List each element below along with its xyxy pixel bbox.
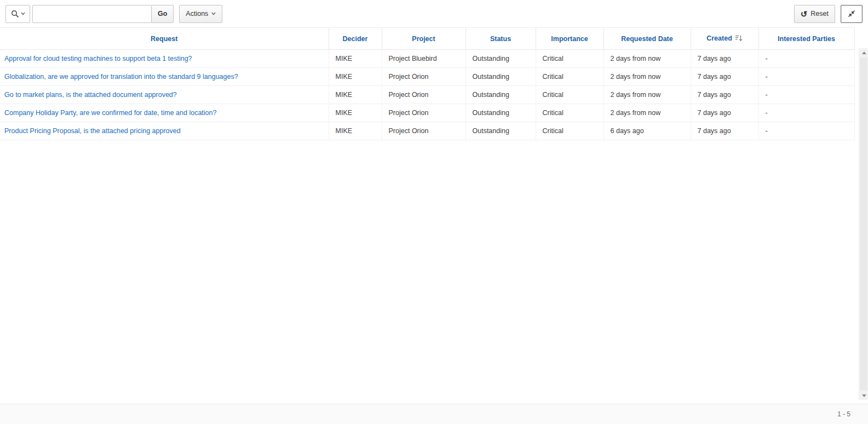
project-cell: Project Orion — [382, 104, 465, 122]
chevron-down-icon — [21, 12, 25, 15]
request-link[interactable]: Globalization, are we approved for trans… — [4, 73, 238, 81]
vertical-scrollbar[interactable] — [859, 48, 868, 400]
scrollbar-down-arrow[interactable] — [859, 391, 868, 400]
column-header-decider[interactable]: Decider — [329, 28, 382, 50]
go-button[interactable]: Go — [151, 5, 174, 23]
importance-cell: Critical — [536, 50, 603, 68]
report-grid: Request Decider Project Status Importanc… — [0, 27, 868, 404]
reset-icon: ↺ — [801, 10, 808, 18]
search-input[interactable] — [32, 5, 152, 23]
report-footer: 1 - 5 — [0, 404, 868, 424]
interested-parties-cell: - — [758, 68, 854, 86]
importance-cell: Critical — [536, 86, 603, 104]
created-cell: 7 days ago — [691, 86, 758, 104]
reset-button[interactable]: ↺ Reset — [794, 5, 835, 23]
reset-button-label: Reset — [810, 10, 829, 18]
search-icon — [11, 10, 19, 18]
report-toolbar: Go Actions ↺ Reset — [0, 0, 868, 27]
importance-cell: Critical — [536, 68, 603, 86]
status-cell: Outstanding — [465, 122, 536, 140]
column-header-status[interactable]: Status — [465, 28, 536, 50]
request-cell: Company Holiday Party, are we confirmed … — [0, 104, 329, 122]
actions-button-label: Actions — [186, 10, 208, 18]
project-cell: Project Bluebird — [382, 50, 465, 68]
search-column-select-button[interactable] — [5, 5, 30, 23]
table-row: Company Holiday Party, are we confirmed … — [0, 104, 854, 122]
requested-date-cell: 2 days from now — [603, 104, 691, 122]
header-row: Request Decider Project Status Importanc… — [0, 28, 854, 50]
request-link[interactable]: Go to market plans, is the attached docu… — [4, 91, 177, 99]
table-row: Go to market plans, is the attached docu… — [0, 86, 854, 104]
status-cell: Outstanding — [465, 68, 536, 86]
search-bar: Go — [5, 5, 174, 23]
project-cell: Project Orion — [382, 68, 465, 86]
column-header-requested-date[interactable]: Requested Date — [603, 28, 691, 50]
scrollbar-thumb[interactable] — [860, 58, 867, 391]
request-cell: Approval for cloud testing machines to s… — [0, 50, 329, 68]
decider-cell: MIKE — [329, 68, 382, 86]
created-cell: 7 days ago — [691, 50, 758, 68]
collapse-icon — [847, 9, 856, 18]
column-header-request[interactable]: Request — [0, 28, 329, 50]
interested-parties-cell: - — [758, 86, 854, 104]
created-cell: 7 days ago — [691, 122, 758, 140]
column-header-interested-parties[interactable]: Interested Parties — [758, 28, 854, 50]
sort-descending-icon — [735, 35, 743, 43]
interested-parties-cell: - — [758, 104, 854, 122]
table-row: Product Pricing Proposal, is the attache… — [0, 122, 854, 140]
request-cell: Go to market plans, is the attached docu… — [0, 86, 329, 104]
status-cell: Outstanding — [465, 50, 536, 68]
decider-cell: MIKE — [329, 104, 382, 122]
report-table: Request Decider Project Status Importanc… — [0, 27, 855, 140]
interested-parties-cell: - — [758, 50, 854, 68]
project-cell: Project Orion — [382, 86, 465, 104]
decider-cell: MIKE — [329, 86, 382, 104]
request-link[interactable]: Approval for cloud testing machines to s… — [4, 55, 192, 62]
chevron-down-icon — [211, 12, 216, 15]
column-header-project[interactable]: Project — [382, 28, 465, 50]
request-cell: Product Pricing Proposal, is the attache… — [0, 122, 329, 140]
created-cell: 7 days ago — [691, 68, 758, 86]
column-header-importance[interactable]: Importance — [536, 28, 603, 50]
importance-cell: Critical — [536, 122, 603, 140]
scrollbar-up-arrow[interactable] — [859, 48, 868, 57]
actions-button[interactable]: Actions — [179, 5, 222, 23]
request-link[interactable]: Product Pricing Proposal, is the attache… — [4, 127, 181, 135]
table-row: Globalization, are we approved for trans… — [0, 68, 854, 86]
requested-date-cell: 2 days from now — [603, 86, 691, 104]
table-row: Approval for cloud testing machines to s… — [0, 50, 854, 68]
importance-cell: Critical — [536, 104, 603, 122]
pagination-range: 1 - 5 — [837, 410, 850, 418]
status-cell: Outstanding — [465, 86, 536, 104]
column-header-created[interactable]: Created — [691, 28, 758, 50]
requested-date-cell: 2 days from now — [603, 68, 691, 86]
requested-date-cell: 6 days ago — [603, 122, 691, 140]
interested-parties-cell: - — [758, 122, 854, 140]
requested-date-cell: 2 days from now — [603, 50, 691, 68]
request-cell: Globalization, are we approved for trans… — [0, 68, 329, 86]
interactive-report-region: Go Actions ↺ Reset — [0, 0, 868, 424]
request-link[interactable]: Company Holiday Party, are we confirmed … — [4, 109, 216, 117]
created-cell: 7 days ago — [691, 104, 758, 122]
project-cell: Project Orion — [382, 122, 465, 140]
decider-cell: MIKE — [329, 50, 382, 68]
status-cell: Outstanding — [465, 104, 536, 122]
restore-region-button[interactable] — [841, 5, 863, 23]
decider-cell: MIKE — [329, 122, 382, 140]
